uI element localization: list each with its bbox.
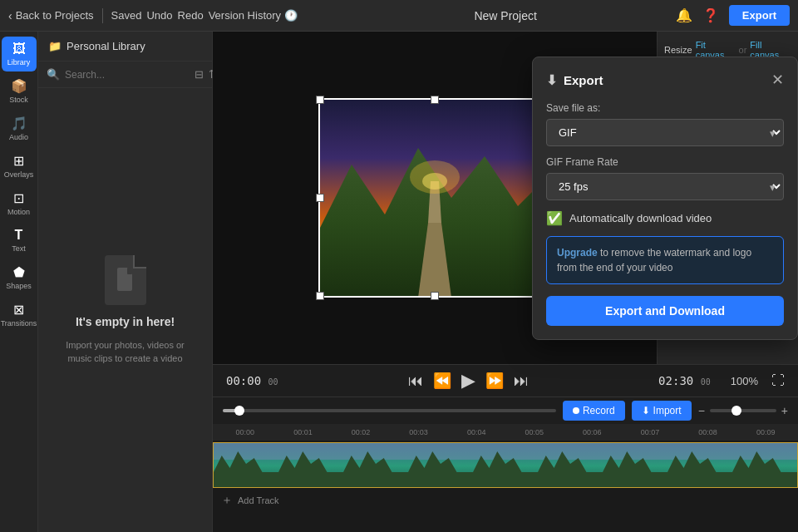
or-label: or <box>739 45 747 55</box>
marker-7: 00:07 <box>621 428 679 436</box>
sidebar-item-stock[interactable]: 📦 Stock <box>2 73 37 109</box>
timeline-controls: Record ⬇ Import − + <box>213 397 798 424</box>
sidebar-item-transitions[interactable]: ⊠ Transitions <box>2 297 37 332</box>
record-dot-icon <box>573 407 579 414</box>
library-content: It's empty in here! Import your photos, … <box>38 88 212 532</box>
sidebar-item-audio[interactable]: 🎵 Audio <box>2 111 37 146</box>
text-icon: T <box>15 228 23 243</box>
marker-3: 00:03 <box>390 428 448 436</box>
fps-label: GIF Frame Rate <box>546 156 784 168</box>
fullscreen-button[interactable]: ⛶ <box>771 373 785 388</box>
library-panel: 📁 Personal Library 🔍 ⊟ ⇅ It's empty in h… <box>38 32 213 532</box>
marker-9: 00:09 <box>736 428 795 436</box>
motion-icon: ⊡ <box>13 190 24 206</box>
zoom-in-button[interactable]: + <box>781 404 788 417</box>
sidebar-item-text[interactable]: T Text <box>2 223 37 258</box>
export-panel-header: ⬇ Export ✕ <box>546 71 784 89</box>
import-button[interactable]: ⬇ Import <box>632 401 692 421</box>
zoom-thumb[interactable] <box>732 406 741 416</box>
sidebar: 🖼 Library 📦 Stock 🎵 Audio ⊞ Overlays ⊡ M… <box>0 32 38 532</box>
marker-1: 00:01 <box>274 428 332 436</box>
sidebar-item-overlays[interactable]: ⊞ Overlays <box>2 148 37 184</box>
search-bar: 🔍 ⊟ ⇅ <box>38 62 212 88</box>
format-select-wrapper: GIF MP4 MOV WebM <box>546 119 784 146</box>
saved-label: Saved <box>111 9 142 22</box>
add-track-icon: ＋ <box>221 493 233 508</box>
export-panel-title: ⬇ Export <box>546 72 603 88</box>
center-right-wrapper: Resize Fit canvas or Fill canvas ▶ Gener… <box>213 32 798 532</box>
search-input[interactable] <box>65 69 190 81</box>
handle-bottom-center[interactable] <box>431 292 439 300</box>
sidebar-item-motion-label: Motion <box>7 208 30 216</box>
export-download-icon: ⬇ <box>546 72 557 88</box>
current-time-display: 00:00 00 <box>226 374 278 387</box>
sidebar-item-shapes[interactable]: ⬟ Shapes <box>2 259 37 295</box>
library-title: Personal Library <box>66 40 145 52</box>
export-title-text: Export <box>564 73 603 87</box>
sidebar-item-text-label: Text <box>12 244 26 253</box>
preview-right-row: Resize Fit canvas or Fill canvas ▶ Gener… <box>213 32 798 364</box>
export-button[interactable]: Export <box>729 5 790 26</box>
progress-thumb[interactable] <box>234 406 244 416</box>
marker-4: 00:04 <box>447 428 505 436</box>
version-history-icon: 🕐 <box>284 9 298 22</box>
add-track-button[interactable]: ＋ Add Track <box>213 490 798 510</box>
sidebar-item-audio-label: Audio <box>9 133 28 141</box>
topbar-right: 🔔 ❓ Export <box>676 5 790 26</box>
sidebar-item-overlays-label: Overlays <box>4 170 34 179</box>
handle-top-center[interactable] <box>431 96 439 104</box>
check-icon: ✅ <box>546 210 563 226</box>
video-preview <box>318 98 551 298</box>
zoom-level-display: 100% <box>731 375 758 387</box>
fps-select[interactable]: 25 fps 15 fps 10 fps 5 fps <box>546 173 784 200</box>
progress-bar-container <box>223 409 556 412</box>
upgrade-link[interactable]: Upgrade <box>557 247 598 259</box>
sidebar-item-shapes-label: Shapes <box>6 282 32 290</box>
bell-icon[interactable]: 🔔 <box>676 7 692 23</box>
fast-forward-button[interactable]: ⏩ <box>485 372 504 390</box>
handle-bottom-left[interactable] <box>316 292 324 300</box>
version-history-label: Version History <box>209 9 281 22</box>
topbar-left: ‹ Back to Projects Saved Undo Redo Versi… <box>8 8 335 23</box>
skip-to-end-button[interactable]: ⏭ <box>514 372 529 390</box>
video-track-content[interactable] <box>213 442 798 488</box>
timeline: 00:00 00:01 00:02 00:03 00:04 00:05 00:0… <box>213 424 798 532</box>
resize-label[interactable]: Resize <box>664 45 692 55</box>
audio-icon: 🎵 <box>11 116 27 131</box>
help-icon[interactable]: ❓ <box>702 7 719 23</box>
svg-rect-1 <box>127 268 132 274</box>
rewind-button[interactable]: ⏪ <box>433 372 451 390</box>
handle-middle-left[interactable] <box>316 194 324 202</box>
overlays-icon: ⊞ <box>13 153 24 169</box>
empty-sub: Import your photos, videos or music clip… <box>55 338 195 366</box>
redo-button[interactable]: Redo <box>178 9 204 22</box>
empty-title: It's empty in here! <box>76 315 175 328</box>
skip-to-start-button[interactable]: ⏮ <box>408 372 423 390</box>
import-label: Import <box>653 405 682 416</box>
undo-button[interactable]: Undo <box>146 9 172 22</box>
version-history-button[interactable]: Version History 🕐 <box>209 9 298 22</box>
sidebar-item-transitions-label: Transitions <box>1 319 37 328</box>
search-icon: 🔍 <box>47 68 60 81</box>
record-button[interactable]: Record <box>563 401 625 421</box>
sidebar-item-library[interactable]: 🖼 Library <box>2 37 37 71</box>
sidebar-item-library-label: Library <box>7 58 31 66</box>
filter-icon[interactable]: ⊟ <box>195 68 204 81</box>
file-svg-icon <box>116 268 135 293</box>
progress-bar[interactable] <box>223 409 556 412</box>
transport-bar: 00:00 00 ⏮ ⏪ ▶ ⏩ ⏭ 02:30 00 100% ⛶ <box>213 364 798 397</box>
handle-top-left[interactable] <box>316 96 324 104</box>
back-to-projects-label: Back to Projects <box>16 9 94 22</box>
library-icon: 🖼 <box>12 42 26 57</box>
main-layout: 🖼 Library 📦 Stock 🎵 Audio ⊞ Overlays ⊡ M… <box>0 32 798 532</box>
play-button[interactable]: ▶ <box>461 370 475 392</box>
zoom-out-button[interactable]: − <box>698 404 705 417</box>
auto-download-row: ✅ Automatically download video <box>546 210 784 226</box>
zoom-slider[interactable] <box>710 409 776 412</box>
export-close-button[interactable]: ✕ <box>771 71 784 89</box>
export-download-button[interactable]: Export and Download <box>546 296 784 326</box>
back-to-projects-button[interactable]: ‹ Back to Projects <box>8 9 94 22</box>
sidebar-item-motion[interactable]: ⊡ Motion <box>2 185 37 221</box>
format-select[interactable]: GIF MP4 MOV WebM <box>546 119 784 146</box>
export-panel: ⬇ Export ✕ Save file as: GIF MP4 MOV Web… <box>532 57 798 340</box>
